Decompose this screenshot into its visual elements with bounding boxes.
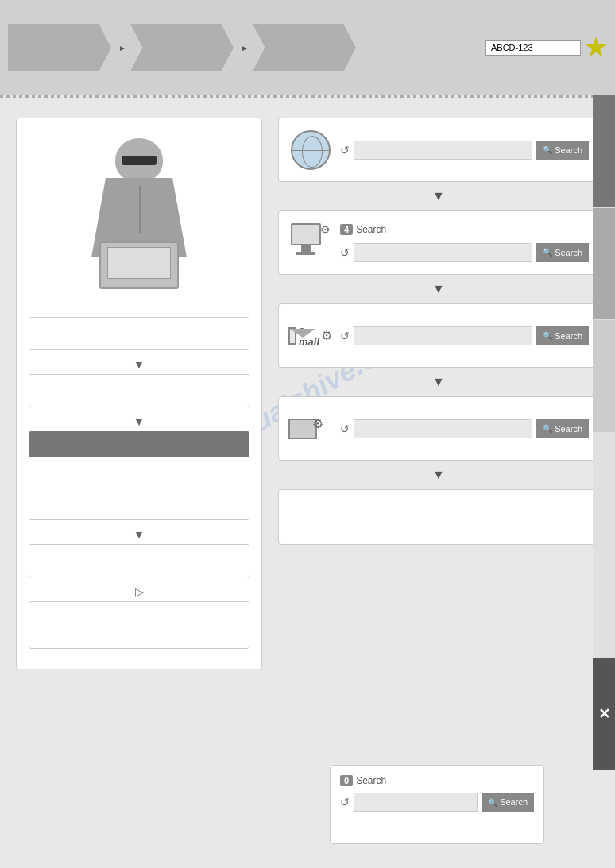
- computer-search-button[interactable]: 🔍 Search: [536, 243, 589, 262]
- envelope-search-label: Search: [555, 424, 582, 434]
- dark-header-bar: [29, 431, 249, 457]
- form-textarea-1[interactable]: [29, 457, 249, 520]
- main-content: manualshive.com ▼: [0, 110, 615, 677]
- email-gear-icon: ⚙: [321, 328, 332, 343]
- nav-step-shape-2: [130, 24, 234, 71]
- envelope-body: [288, 327, 296, 345]
- envelope-body-2: ⚙: [288, 419, 317, 439]
- nav-search-input[interactable]: [485, 40, 581, 56]
- nav-arrow-1: ►: [118, 44, 126, 52]
- computer-search-count: 4: [340, 224, 353, 235]
- card-content-envelope: ↺ 🔍 Search: [340, 419, 589, 438]
- web-search-input[interactable]: [354, 141, 532, 160]
- left-panel: ▼ ▼ ▼ ▷: [16, 118, 262, 669]
- search-card-email: e-mail ⚙ ↺ 🔍 Search: [278, 303, 599, 368]
- bottom-search-count: 0: [340, 775, 353, 786]
- web-search-row: ↺ 🔍 Search: [340, 141, 589, 160]
- search-card-web: ↺ 🔍 Search: [278, 118, 599, 182]
- right-panel: ↺ 🔍 Search ▼ ⚙: [278, 118, 599, 669]
- sidebar-seg-3: [593, 320, 615, 433]
- bottom-search-area: 0 Search ↺ 🔍 Search: [330, 765, 544, 844]
- input-box-3[interactable]: [29, 544, 249, 577]
- sidebar-seg-5: [593, 546, 615, 658]
- sidebar-x-button[interactable]: ✕: [593, 658, 615, 770]
- search-card-computer: ⚙ 4 Search ↺ 🔍 Search: [278, 210, 599, 275]
- form-field-3: [29, 544, 249, 577]
- search-burst-icon[interactable]: [585, 37, 607, 59]
- nav-step-2[interactable]: [130, 24, 234, 71]
- bottom-search-row: ↺ 🔍 Search: [340, 793, 534, 812]
- bottom-refresh-icon[interactable]: ↺: [340, 796, 350, 808]
- envelope-gear-icon: ⚙: [288, 407, 332, 450]
- email-search-button[interactable]: 🔍 Search: [536, 326, 589, 345]
- search-icon-2: 🔍: [543, 248, 552, 257]
- dropdown-arrow-3[interactable]: ▼: [29, 528, 249, 541]
- right-sidebar: ✕: [593, 95, 615, 770]
- envelope-refresh-icon[interactable]: ↺: [340, 422, 350, 435]
- sidebar-seg-1: [593, 95, 615, 208]
- hacker-glasses: [122, 156, 157, 165]
- divider: [0, 95, 615, 98]
- search-card-empty: [278, 489, 599, 545]
- email-refresh-icon[interactable]: ↺: [340, 330, 350, 342]
- computer-icon: ⚙: [288, 221, 332, 264]
- dropdown-arrow-4[interactable]: ▷: [29, 585, 249, 598]
- envelope-gear: ⚙: [312, 416, 323, 431]
- form-field-2: [29, 374, 249, 407]
- bottom-search-text: Search: [356, 775, 386, 786]
- monitor-stand: [301, 245, 311, 252]
- monitor-base: [296, 252, 315, 255]
- search-icon-5: 🔍: [488, 798, 497, 807]
- nav-search-area: [485, 37, 607, 59]
- email-search-input[interactable]: [354, 326, 532, 345]
- bottom-label-row: 0 Search: [340, 775, 534, 786]
- dropdown-arrow-1[interactable]: ▼: [29, 358, 249, 371]
- web-refresh-icon[interactable]: ↺: [340, 144, 350, 156]
- nav-arrow-2: ►: [241, 44, 249, 52]
- card-content-email: ↺ 🔍 Search: [340, 326, 589, 345]
- envelope-search-button[interactable]: 🔍 Search: [536, 419, 589, 438]
- arrow-between-4-5: ▼: [278, 465, 599, 485]
- arrow-between-3-4: ▼: [278, 372, 599, 392]
- laptop-screen: [107, 247, 171, 279]
- computer-search-input[interactable]: [354, 243, 532, 262]
- input-box-4[interactable]: [29, 601, 249, 649]
- hacker-laptop: [99, 241, 179, 289]
- nav-step-1[interactable]: [8, 24, 111, 71]
- sidebar-seg-2: [593, 208, 615, 321]
- search-icon-4: 🔍: [543, 424, 552, 433]
- dropdown-arrow-2[interactable]: ▼: [29, 415, 249, 428]
- computer-search-row: ↺ 🔍 Search: [340, 243, 589, 262]
- envelope-search-row: ↺ 🔍 Search: [340, 419, 589, 438]
- computer-search-label: Search: [555, 248, 582, 257]
- bottom-search-input[interactable]: [354, 793, 478, 812]
- email-search-row: ↺ 🔍 Search: [340, 326, 589, 345]
- computer-refresh-icon[interactable]: ↺: [340, 246, 350, 259]
- computer-gear-icon: ⚙: [320, 223, 331, 236]
- bottom-search-button[interactable]: 🔍 Search: [482, 793, 534, 812]
- web-search-button[interactable]: 🔍 Search: [536, 141, 589, 160]
- card-content-computer: 4 Search ↺ 🔍 Search: [340, 224, 589, 262]
- arrow-between-2-3: ▼: [278, 279, 599, 299]
- input-box-1[interactable]: [29, 317, 249, 350]
- form-field-1: [29, 317, 249, 350]
- computer-search-text: Search: [356, 224, 386, 235]
- monitor-body: [291, 223, 321, 245]
- hacker-figure: [48, 130, 230, 305]
- top-navigation: ► ►: [0, 0, 615, 95]
- envelope-search-input[interactable]: [354, 419, 532, 438]
- globe-icon: [288, 128, 332, 172]
- search-icon: 🔍: [543, 145, 552, 154]
- form-field-4: [29, 601, 249, 649]
- nav-step-3[interactable]: [253, 24, 356, 71]
- search-card-envelope: ⚙ ↺ 🔍 Search: [278, 396, 599, 461]
- card-content-web: ↺ 🔍 Search: [340, 141, 589, 160]
- hacker-body: [68, 138, 211, 297]
- computer-label-row: 4 Search: [340, 224, 589, 235]
- web-search-label: Search: [555, 145, 582, 155]
- email-icon: e-mail ⚙: [288, 314, 332, 357]
- nav-step-shape-1: [8, 24, 111, 71]
- suit-line: [139, 186, 141, 233]
- hacker-head: [115, 138, 163, 182]
- input-box-2[interactable]: [29, 374, 249, 407]
